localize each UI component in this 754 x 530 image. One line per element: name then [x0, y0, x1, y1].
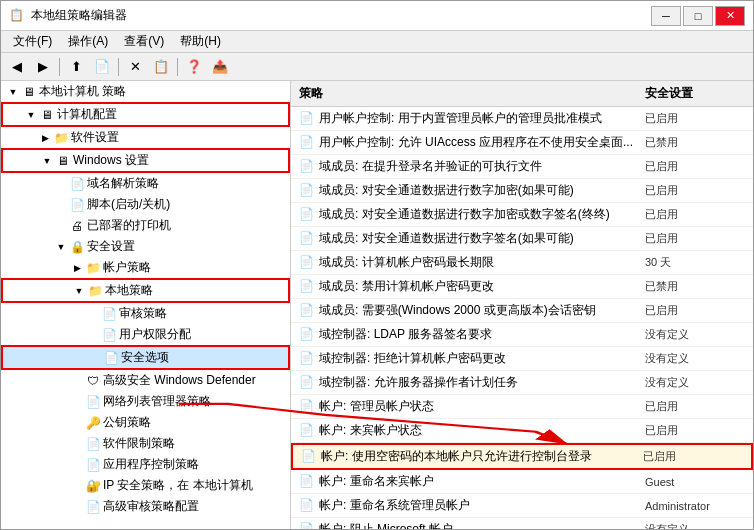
policy-row-17[interactable]: 📄 帐户: 阻止 Microsoft 帐户 没有定义 — [291, 518, 753, 529]
window-icon: 📋 — [9, 8, 25, 24]
policy-status-17: 没有定义 — [645, 522, 745, 529]
dns-icon: 📄 — [69, 176, 85, 192]
up-button[interactable]: ⬆ — [64, 56, 88, 78]
policy-row-7[interactable]: 📄 域成员: 禁用计算机帐户密码更改 已禁用 — [291, 275, 753, 299]
policy-row-4[interactable]: 📄 域成员: 对安全通道数据进行数字加密或数字签名(终终) 已启用 — [291, 203, 753, 227]
tree-printer[interactable]: ▶ 🖨 已部署的打印机 — [1, 215, 290, 236]
policy-row-11[interactable]: 📄 域控制器: 允许服务器操作者计划任务 没有定义 — [291, 371, 753, 395]
tree-security-settings[interactable]: ▼ 🔒 安全设置 — [1, 236, 290, 257]
menu-view[interactable]: 查看(V) — [116, 31, 172, 52]
software-icon: 📁 — [53, 130, 69, 146]
forward-button[interactable]: ▶ — [31, 56, 55, 78]
defender-label: 高级安全 Windows Defender — [103, 372, 290, 389]
defender-icon: 🛡 — [85, 373, 101, 389]
tree-network-list[interactable]: ▶ 📄 网络列表管理器策略 — [1, 391, 290, 412]
overlay-container: ▼ 🖥 本地计算机 策略 ▼ 🖥 计算机配置 ▶ 📁 软件设置 — [1, 81, 753, 529]
policy-status-5: 已启用 — [645, 231, 745, 246]
tree-root[interactable]: ▼ 🖥 本地计算机 策略 — [1, 81, 290, 102]
export-button[interactable]: 📤 — [208, 56, 232, 78]
security-settings-label: 安全设置 — [87, 238, 290, 255]
account-expander[interactable]: ▶ — [69, 260, 85, 276]
policy-icon-16: 📄 — [299, 498, 315, 514]
public-key-label: 公钥策略 — [103, 414, 290, 431]
properties-button[interactable]: 📋 — [149, 56, 173, 78]
policy-row-5[interactable]: 📄 域成员: 对安全通道数据进行数字签名(如果可能) 已启用 — [291, 227, 753, 251]
software-restrict-label: 软件限制策略 — [103, 435, 290, 452]
minimize-button[interactable]: ─ — [651, 6, 681, 26]
tree-security-options[interactable]: ▶ 📄 安全选项 — [1, 345, 290, 370]
policy-name-11: 📄 域控制器: 允许服务器操作者计划任务 — [299, 374, 645, 391]
tree-user-rights[interactable]: ▶ 📄 用户权限分配 — [1, 324, 290, 345]
tree-scripts[interactable]: ▶ 📄 脚本(启动/关机) — [1, 194, 290, 215]
software-expander[interactable]: ▶ — [37, 130, 53, 146]
policy-name-2: 📄 域成员: 在提升登录名并验证的可执行文件 — [299, 158, 645, 175]
policy-row-12[interactable]: 📄 帐户: 管理员帐户状态 已启用 — [291, 395, 753, 419]
network-icon: 📄 — [85, 394, 101, 410]
toolbar: ◀ ▶ ⬆ 📄 ✕ 📋 ❓ 📤 — [1, 53, 753, 81]
title-bar-left: 📋 本地组策略编辑器 — [9, 7, 127, 24]
tree-panel: ▼ 🖥 本地计算机 策略 ▼ 🖥 计算机配置 ▶ 📁 软件设置 — [1, 81, 291, 529]
show-hide-button[interactable]: 📄 — [90, 56, 114, 78]
tree-public-key[interactable]: ▶ 🔑 公钥策略 — [1, 412, 290, 433]
computer-config-expander[interactable]: ▼ — [23, 107, 39, 123]
policy-name-13: 📄 帐户: 来宾帐户状态 — [299, 422, 645, 439]
toolbar-separator-1 — [59, 58, 60, 76]
policy-status-15: Guest — [645, 476, 745, 488]
window-title: 本地组策略编辑器 — [31, 7, 127, 24]
policy-row-13[interactable]: 📄 帐户: 来宾帐户状态 已启用 — [291, 419, 753, 443]
security-col-header: 安全设置 — [645, 85, 745, 102]
tree-software-restrict[interactable]: ▶ 📄 软件限制策略 — [1, 433, 290, 454]
tree-account-policy[interactable]: ▶ 📁 帐户策略 — [1, 257, 290, 278]
back-button[interactable]: ◀ — [5, 56, 29, 78]
policy-row-6[interactable]: 📄 域成员: 计算机帐户密码最长期限 30 天 — [291, 251, 753, 275]
close-button[interactable]: ✕ — [715, 6, 745, 26]
tree-ip-security[interactable]: ▶ 🔐 IP 安全策略，在 本地计算机 — [1, 475, 290, 496]
security-settings-expander[interactable]: ▼ — [53, 239, 69, 255]
policy-row-15[interactable]: 📄 帐户: 重命名来宾帐户 Guest — [291, 470, 753, 494]
delete-button[interactable]: ✕ — [123, 56, 147, 78]
policy-status-1: 已禁用 — [645, 135, 745, 150]
tree-computer-config[interactable]: ▼ 🖥 计算机配置 — [1, 102, 290, 127]
public-key-icon: 🔑 — [85, 415, 101, 431]
printer-label: 已部署的打印机 — [87, 217, 290, 234]
menu-action[interactable]: 操作(A) — [60, 31, 116, 52]
tree-defender[interactable]: ▶ 🛡 高级安全 Windows Defender — [1, 370, 290, 391]
windows-settings-expander[interactable]: ▼ — [39, 153, 55, 169]
maximize-button[interactable]: □ — [683, 6, 713, 26]
user-rights-label: 用户权限分配 — [119, 326, 290, 343]
policy-panel: 策略 安全设置 📄 用户帐户控制: 用于内置管理员帐户的管理员批准模式 已启用 — [291, 81, 753, 529]
policy-row-9[interactable]: 📄 域控制器: LDAP 服务器签名要求 没有定义 — [291, 323, 753, 347]
tree-app-control[interactable]: ▶ 📄 应用程序控制策略 — [1, 454, 290, 475]
policy-status-10: 没有定义 — [645, 351, 745, 366]
policy-name-3: 📄 域成员: 对安全通道数据进行数字加密(如果可能) — [299, 182, 645, 199]
policy-row-3[interactable]: 📄 域成员: 对安全通道数据进行数字加密(如果可能) 已启用 — [291, 179, 753, 203]
policy-row-1[interactable]: 📄 用户帐户控制: 允许 UIAccess 应用程序在不使用安全桌面... 已禁… — [291, 131, 753, 155]
ip-security-label: IP 安全策略，在 本地计算机 — [103, 477, 290, 494]
tree-software-settings[interactable]: ▶ 📁 软件设置 — [1, 127, 290, 148]
help-button[interactable]: ❓ — [182, 56, 206, 78]
policy-icon-14: 📄 — [301, 449, 317, 465]
menu-help[interactable]: 帮助(H) — [172, 31, 229, 52]
policy-row-14[interactable]: 📄 帐户: 使用空密码的本地帐户只允许进行控制台登录 已启用 — [291, 443, 753, 470]
tree-local-policy[interactable]: ▼ 📁 本地策略 — [1, 278, 290, 303]
tree-windows-settings[interactable]: ▼ 🖥 Windows 设置 — [1, 148, 290, 173]
policy-name-12: 📄 帐户: 管理员帐户状态 — [299, 398, 645, 415]
policy-col-header: 策略 — [299, 85, 645, 102]
policy-row-2[interactable]: 📄 域成员: 在提升登录名并验证的可执行文件 已启用 — [291, 155, 753, 179]
tree-advanced-audit[interactable]: ▶ 📄 高级审核策略配置 — [1, 496, 290, 517]
policy-row-10[interactable]: 📄 域控制器: 拒绝计算机帐户密码更改 没有定义 — [291, 347, 753, 371]
policy-status-4: 已启用 — [645, 207, 745, 222]
menu-file[interactable]: 文件(F) — [5, 31, 60, 52]
policy-name-16: 📄 帐户: 重命名系统管理员帐户 — [299, 497, 645, 514]
root-expander[interactable]: ▼ — [5, 84, 21, 100]
policy-status-14: 已启用 — [643, 449, 743, 464]
tree-audit[interactable]: ▶ 📄 审核策略 — [1, 303, 290, 324]
local-policy-expander[interactable]: ▼ — [71, 283, 87, 299]
policy-row-0[interactable]: 📄 用户帐户控制: 用于内置管理员帐户的管理员批准模式 已启用 — [291, 107, 753, 131]
user-rights-icon: 📄 — [101, 327, 117, 343]
policy-row-16[interactable]: 📄 帐户: 重命名系统管理员帐户 Administrator — [291, 494, 753, 518]
policy-icon-6: 📄 — [299, 255, 315, 271]
policy-name-10: 📄 域控制器: 拒绝计算机帐户密码更改 — [299, 350, 645, 367]
tree-dns[interactable]: ▶ 📄 域名解析策略 — [1, 173, 290, 194]
policy-row-8[interactable]: 📄 域成员: 需要强(Windows 2000 或更高版本)会话密钥 已启用 — [291, 299, 753, 323]
